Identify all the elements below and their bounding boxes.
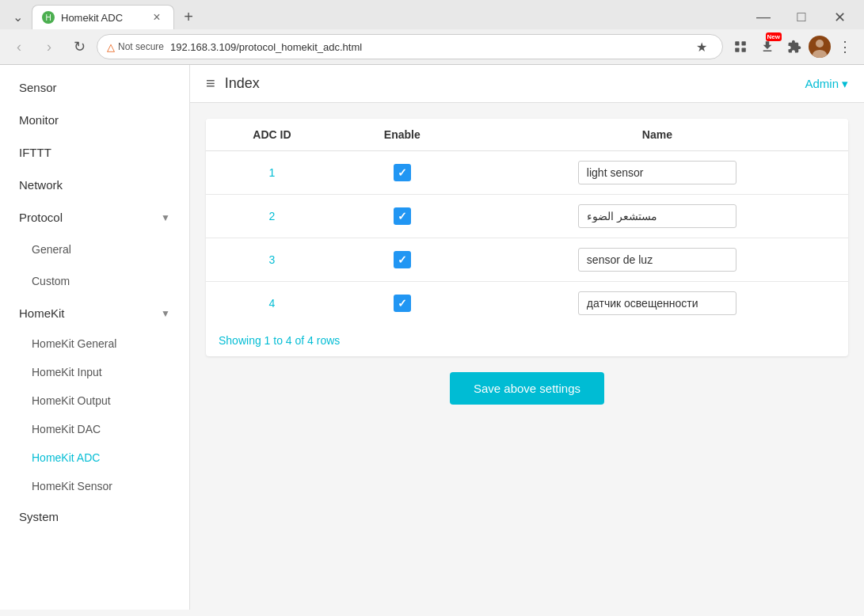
sidebar-item-sensor-label: Sensor bbox=[19, 81, 57, 94]
cell-adc-id: 1 bbox=[206, 151, 338, 195]
sidebar-item-protocol[interactable]: Protocol ▼ bbox=[0, 201, 189, 234]
reload-button[interactable]: ↻ bbox=[67, 34, 92, 59]
more-menu-button[interactable]: ⋮ bbox=[832, 34, 858, 59]
maximize-button[interactable]: □ bbox=[783, 6, 820, 29]
sidebar-item-general[interactable]: General bbox=[0, 234, 189, 265]
sidebar-item-custom[interactable]: Custom bbox=[0, 265, 189, 297]
sidebar-item-homekit-adc[interactable]: HomeKit ADC bbox=[0, 443, 189, 472]
tab-bar: ⌄ H Homekit ADC × + ― □ ✕ bbox=[0, 0, 864, 29]
name-input-4[interactable] bbox=[578, 291, 736, 315]
name-input-3[interactable] bbox=[578, 248, 736, 272]
forward-button[interactable]: › bbox=[36, 34, 62, 59]
tab-label: Homekit ADC bbox=[61, 12, 143, 24]
sidebar-item-homekit-input[interactable]: HomeKit Input bbox=[0, 358, 189, 386]
sidebar-sub-item-homekit-dac-label: HomeKit DAC bbox=[32, 423, 101, 435]
admin-chevron-icon: ▾ bbox=[842, 77, 848, 91]
col-adc-id: ADC ID bbox=[206, 119, 338, 151]
warning-icon: △ bbox=[107, 41, 115, 53]
cell-name bbox=[466, 238, 848, 282]
sidebar-item-homekit-output[interactable]: HomeKit Output bbox=[0, 386, 189, 415]
extensions-button[interactable] bbox=[728, 34, 753, 59]
url-bar[interactable]: △ Not secure 192.168.3.109/protocol_home… bbox=[97, 34, 723, 59]
cell-adc-id: 3 bbox=[206, 238, 338, 282]
col-enable: Enable bbox=[338, 119, 466, 151]
table-row: 1 bbox=[206, 151, 848, 195]
content-area: ADC ID Enable Name 1234 Showing 1 to 4 o… bbox=[190, 103, 864, 436]
active-tab[interactable]: H Homekit ADC × bbox=[32, 5, 174, 29]
sidebar-item-homekit-sensor[interactable]: HomeKit Sensor bbox=[0, 472, 189, 500]
url-text[interactable]: 192.168.3.109/protocol_homekit_adc.html bbox=[170, 41, 684, 53]
sidebar-item-ifttt-label: IFTTT bbox=[19, 146, 51, 159]
recent-tabs-button[interactable]: ⌄ bbox=[6, 6, 29, 29]
table-container: ADC ID Enable Name 1234 Showing 1 to 4 o… bbox=[206, 119, 848, 356]
sidebar-item-custom-label: Custom bbox=[32, 275, 70, 287]
svg-point-4 bbox=[816, 40, 824, 48]
sidebar-item-homekit[interactable]: HomeKit ▼ bbox=[0, 297, 189, 329]
sidebar-item-homekit-label: HomeKit bbox=[19, 306, 65, 320]
app-layout: Sensor Monitor IFTTT Network Protocol ▼ … bbox=[0, 65, 864, 610]
tab-close-button[interactable]: × bbox=[150, 10, 164, 25]
cell-enable bbox=[338, 238, 466, 282]
admin-label: Admin bbox=[805, 77, 839, 90]
sidebar-item-monitor[interactable]: Monitor bbox=[0, 104, 189, 136]
sidebar-item-ifttt[interactable]: IFTTT bbox=[0, 136, 189, 169]
sidebar-item-homekit-dac[interactable]: HomeKit DAC bbox=[0, 415, 189, 443]
sidebar-item-monitor-label: Monitor bbox=[19, 113, 59, 127]
browser-chrome: ⌄ H Homekit ADC × + ― □ ✕ ‹ › ↻ △ Not se… bbox=[0, 0, 864, 65]
protocol-chevron-icon: ▼ bbox=[161, 212, 170, 223]
security-indicator: △ Not secure bbox=[107, 41, 164, 53]
avatar[interactable] bbox=[809, 36, 831, 58]
bookmark-button[interactable]: ★ bbox=[691, 36, 713, 58]
puzzle-button[interactable] bbox=[782, 34, 807, 59]
header-left: ≡ Index bbox=[206, 74, 260, 93]
sidebar-sub-item-homekit-output-label: HomeKit Output bbox=[32, 394, 111, 407]
back-button[interactable]: ‹ bbox=[6, 34, 32, 59]
sidebar-item-network[interactable]: Network bbox=[0, 169, 189, 201]
main-content: ≡ Index Admin ▾ ADC ID Enable Name bbox=[190, 65, 864, 610]
table-row: 3 bbox=[206, 238, 848, 282]
cell-enable bbox=[338, 151, 466, 195]
cell-enable bbox=[338, 282, 466, 325]
admin-menu[interactable]: Admin ▾ bbox=[805, 77, 848, 91]
address-bar: ‹ › ↻ △ Not secure 192.168.3.109/protoco… bbox=[0, 29, 864, 64]
tab-favicon: H bbox=[42, 11, 55, 24]
hamburger-menu-button[interactable]: ≡ bbox=[206, 74, 215, 93]
close-window-button[interactable]: ✕ bbox=[821, 6, 858, 29]
sidebar: Sensor Monitor IFTTT Network Protocol ▼ … bbox=[0, 65, 190, 610]
new-tab-button[interactable]: + bbox=[177, 6, 200, 29]
save-button[interactable]: Save above settings bbox=[450, 372, 604, 405]
svg-point-5 bbox=[813, 50, 827, 58]
name-input-1[interactable] bbox=[578, 161, 736, 184]
enable-checkbox-2[interactable] bbox=[394, 207, 411, 225]
sidebar-item-system[interactable]: System bbox=[0, 500, 189, 533]
col-name: Name bbox=[466, 119, 848, 151]
sidebar-item-general-label: General bbox=[32, 243, 71, 256]
cell-adc-id: 2 bbox=[206, 195, 338, 238]
enable-checkbox-1[interactable] bbox=[394, 164, 411, 181]
enable-checkbox-3[interactable] bbox=[394, 251, 411, 268]
enable-checkbox-4[interactable] bbox=[394, 295, 411, 312]
sidebar-item-sensor[interactable]: Sensor bbox=[0, 71, 189, 104]
new-badge: New bbox=[766, 32, 782, 41]
svg-rect-2 bbox=[735, 48, 739, 52]
sidebar-item-network-label: Network bbox=[19, 178, 63, 192]
name-input-2[interactable] bbox=[578, 204, 736, 228]
not-secure-label: Not secure bbox=[118, 41, 164, 52]
page-header: ≡ Index Admin ▾ bbox=[190, 65, 864, 103]
sidebar-item-homekit-general[interactable]: HomeKit General bbox=[0, 329, 189, 358]
sidebar-item-protocol-label: Protocol bbox=[19, 211, 63, 224]
sidebar-sub-item-homekit-sensor-label: HomeKit Sensor bbox=[32, 480, 112, 492]
toolbar-icons: New ⋮ bbox=[728, 34, 858, 59]
downloads-button-container: New bbox=[755, 34, 780, 59]
svg-rect-0 bbox=[735, 41, 739, 45]
adc-table: ADC ID Enable Name 1234 bbox=[206, 119, 848, 325]
sidebar-sub-item-homekit-general-label: HomeKit General bbox=[32, 337, 116, 350]
sidebar-item-system-label: System bbox=[19, 510, 59, 523]
homekit-chevron-icon: ▼ bbox=[161, 308, 170, 319]
cell-enable bbox=[338, 195, 466, 238]
window-controls: ― □ ✕ bbox=[745, 6, 858, 29]
page-title: Index bbox=[225, 75, 260, 92]
cell-adc-id: 4 bbox=[206, 282, 338, 325]
minimize-button[interactable]: ― bbox=[745, 6, 782, 29]
row-count: Showing 1 to 4 of 4 rows bbox=[206, 325, 848, 356]
